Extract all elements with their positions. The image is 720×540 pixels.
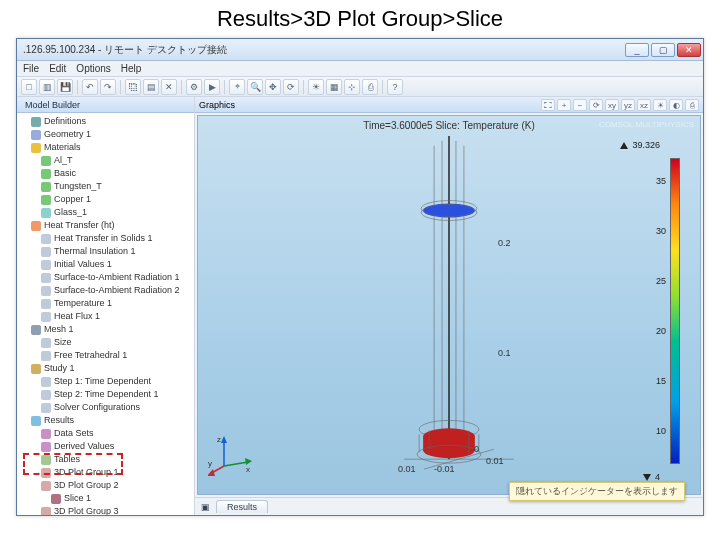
menu-file[interactable]: File [23, 63, 39, 74]
tool-redo-icon[interactable]: ↷ [100, 79, 116, 95]
graphics-label: Graphics [199, 100, 235, 110]
axis-z-0.1: 0.1 [498, 348, 511, 358]
app-window: .126.95.100.234 - リモート デスクトップ接続 _ ▢ ✕ Fi… [16, 38, 704, 516]
tool-undo-icon[interactable]: ↶ [82, 79, 98, 95]
tree-ht-insulation[interactable]: Thermal Insulation 1 [39, 245, 192, 258]
minimize-button[interactable]: _ [625, 43, 649, 57]
tree-results[interactable]: Results [29, 414, 192, 427]
svg-line-22 [224, 462, 248, 466]
tray-indicator-tooltip: 隠れているインジケーターを表示します [509, 482, 685, 501]
maximize-button[interactable]: ▢ [651, 43, 675, 57]
tree-pg1[interactable]: 3D Plot Group 1 [39, 466, 192, 479]
tree-mat-glass[interactable]: Glass_1 [39, 206, 192, 219]
tree-ht-temp[interactable]: Temperature 1 [39, 297, 192, 310]
axis-z-0.2: 0.2 [498, 238, 511, 248]
gfx-light-icon[interactable]: ☀ [653, 99, 667, 111]
close-button[interactable]: ✕ [677, 43, 701, 57]
model-builder-title: Model Builder [17, 97, 194, 113]
tool-save-icon[interactable]: 💾 [57, 79, 73, 95]
svg-point-11 [423, 442, 475, 458]
tool-snapshot-icon[interactable]: ⎙ [362, 79, 378, 95]
tool-paste-icon[interactable]: ▤ [143, 79, 159, 95]
main-area: Graphics ⛶ + − ⟳ xy yz xz ☀ ◐ ⎙ Time=3.6… [195, 97, 703, 515]
tree-study[interactable]: Study 1 [29, 362, 192, 375]
tool-select-icon[interactable]: ⌖ [229, 79, 245, 95]
tree-geometry[interactable]: Geometry 1 [29, 128, 192, 141]
axis-x-0.01c: 0.01 [486, 456, 504, 466]
model-builder-label: Model Builder [25, 100, 80, 110]
svg-text:y: y [208, 459, 212, 468]
window-buttons: _ ▢ ✕ [625, 43, 701, 57]
graphics-toolbar: ⛶ + − ⟳ xy yz xz ☀ ◐ ⎙ [541, 99, 699, 111]
tree-ht-solids[interactable]: Heat Transfer in Solids 1 [39, 232, 192, 245]
tool-build-icon[interactable]: ⚙ [186, 79, 202, 95]
tree-mat-al[interactable]: Al_T [39, 154, 192, 167]
tool-open-icon[interactable]: ▥ [39, 79, 55, 95]
tool-compute-icon[interactable]: ▶ [204, 79, 220, 95]
sidebar: Model Builder Definitions Geometry 1 Mat… [17, 97, 195, 515]
gfx-rotate-icon[interactable]: ⟳ [589, 99, 603, 111]
model-tree[interactable]: Definitions Geometry 1 Materials Al_T Ba… [17, 113, 194, 515]
slide-title: Results>3D Plot Group>Slice [0, 0, 720, 34]
tree-solver[interactable]: Solver Configurations [39, 401, 192, 414]
tool-zoom-icon[interactable]: 🔍 [247, 79, 263, 95]
tree-step1[interactable]: Step 1: Time Dependent [39, 375, 192, 388]
tree-ht-rad2[interactable]: Surface-to-Ambient Radiation 2 [39, 284, 192, 297]
tree-ht-initial[interactable]: Initial Values 1 [39, 258, 192, 271]
tool-help-icon[interactable]: ? [387, 79, 403, 95]
gfx-zoom-out-icon[interactable]: − [573, 99, 587, 111]
tree-mat-tungsten[interactable]: Tungsten_T [39, 180, 192, 193]
gfx-zoom-extents-icon[interactable]: ⛶ [541, 99, 555, 111]
gfx-xz-icon[interactable]: xz [637, 99, 651, 111]
tool-light-icon[interactable]: ☀ [308, 79, 324, 95]
gfx-yz-icon[interactable]: yz [621, 99, 635, 111]
tree-slice1[interactable]: Slice 1 [49, 492, 192, 505]
tree-derived[interactable]: Derived Values [39, 440, 192, 453]
tool-copy-icon[interactable]: ⿻ [125, 79, 141, 95]
gfx-snap-icon[interactable]: ⎙ [685, 99, 699, 111]
tree-mat-copper[interactable]: Copper 1 [39, 193, 192, 206]
tree-ht-rad1[interactable]: Surface-to-Ambient Radiation 1 [39, 271, 192, 284]
tree-mat-basic[interactable]: Basic [39, 167, 192, 180]
tree-mesh-size[interactable]: Size [39, 336, 192, 349]
titlebar: .126.95.100.234 - リモート デスクトップ接続 _ ▢ ✕ [17, 39, 703, 61]
tree-mesh-tet[interactable]: Free Tetrahedral 1 [39, 349, 192, 362]
results-tab[interactable]: Results [216, 500, 268, 513]
tool-new-icon[interactable]: □ [21, 79, 37, 95]
tree-datasets[interactable]: Data Sets [39, 427, 192, 440]
tree-pg3[interactable]: 3D Plot Group 3 [39, 505, 192, 515]
menubar: File Edit Options Help [17, 61, 703, 77]
tree-step2[interactable]: Step 2: Time Dependent 1 [39, 388, 192, 401]
svg-text:x: x [246, 465, 250, 474]
tree-heat-transfer[interactable]: Heat Transfer (ht) [29, 219, 192, 232]
model-svg [198, 116, 700, 494]
svg-marker-20 [221, 436, 227, 443]
menu-edit[interactable]: Edit [49, 63, 66, 74]
tree-tables[interactable]: Tables [39, 453, 192, 466]
tree-mesh[interactable]: Mesh 1 [29, 323, 192, 336]
tool-delete-icon[interactable]: ✕ [161, 79, 177, 95]
axis-x-0.01b: -0.01 [434, 464, 455, 474]
tree-ht-flux[interactable]: Heat Flux 1 [39, 310, 192, 323]
tool-rotate-icon[interactable]: ⟳ [283, 79, 299, 95]
tree-pg2[interactable]: 3D Plot Group 2 [39, 479, 192, 492]
tree-definitions[interactable]: Definitions [29, 115, 192, 128]
graphics-header: Graphics ⛶ + − ⟳ xy yz xz ☀ ◐ ⎙ [195, 97, 703, 113]
tree-materials[interactable]: Materials [29, 141, 192, 154]
svg-marker-26 [208, 469, 215, 476]
tool-axis-icon[interactable]: ⊹ [344, 79, 360, 95]
tool-pan-icon[interactable]: ✥ [265, 79, 281, 95]
main-toolbar: □ ▥ 💾 ↶ ↷ ⿻ ▤ ✕ ⚙ ▶ ⌖ 🔍 ✥ ⟳ ☀ ▦ ⊹ ⎙ ? [17, 77, 703, 97]
axis-z-0: 0 [474, 444, 479, 454]
gfx-trans-icon[interactable]: ◐ [669, 99, 683, 111]
graphics-canvas[interactable]: Time=3.6000e5 Slice: Temperature (K) COM… [197, 115, 701, 495]
svg-marker-23 [245, 458, 252, 465]
gfx-xy-icon[interactable]: xy [605, 99, 619, 111]
menu-help[interactable]: Help [121, 63, 142, 74]
axis-x-0.01a: 0.01 [398, 464, 416, 474]
window-title: .126.95.100.234 - リモート デスクトップ接続 [19, 43, 227, 57]
coord-triad-icon: z x y [208, 432, 254, 478]
tool-grid-icon[interactable]: ▦ [326, 79, 342, 95]
gfx-zoom-in-icon[interactable]: + [557, 99, 571, 111]
menu-options[interactable]: Options [76, 63, 110, 74]
